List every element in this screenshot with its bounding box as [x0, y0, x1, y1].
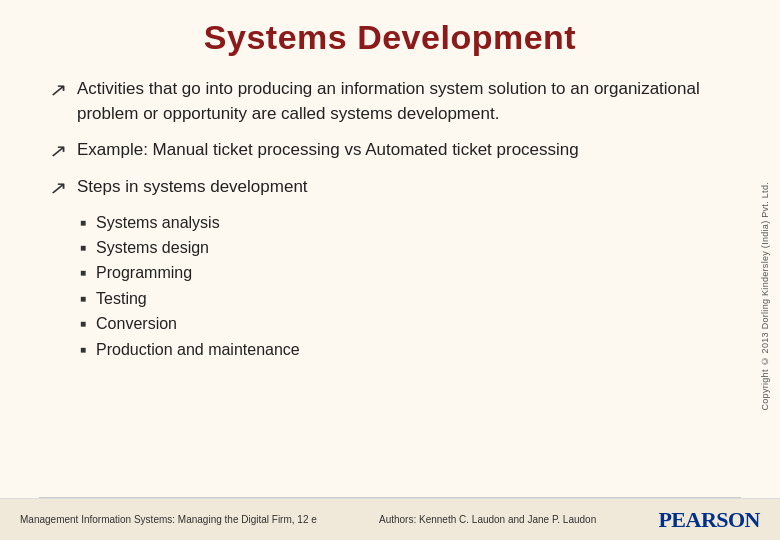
sub-bullet-item-3: ■ Testing — [80, 288, 720, 310]
bullet-item-3: ↗ Steps in systems development — [50, 175, 720, 200]
sub-bullet-item-4: ■ Conversion — [80, 313, 720, 335]
sub-bullet-item-0: ■ Systems analysis — [80, 212, 720, 234]
footer-center-text: Authors: Kenneth C. Laudon and Jane P. L… — [379, 514, 596, 525]
copyright-sidebar: Copyright © 2013 Dorling Kindersley (Ind… — [760, 147, 770, 445]
arrow-icon-2: ↗ — [49, 140, 67, 162]
arrow-icon-1: ↗ — [49, 79, 67, 101]
bullet-item-2: ↗ Example: Manual ticket processing vs A… — [50, 138, 720, 163]
sub-bullet-text-1: Systems design — [96, 237, 209, 259]
square-icon-4: ■ — [80, 318, 86, 329]
square-icon-0: ■ — [80, 217, 86, 228]
bullet-text-3: Steps in systems development — [77, 175, 308, 200]
sub-bullet-text-4: Conversion — [96, 313, 177, 335]
sub-bullet-item-1: ■ Systems design — [80, 237, 720, 259]
bullet-item-1: ↗ Activities that go into producing an i… — [50, 77, 720, 126]
pearson-logo: PEARSON — [658, 507, 760, 533]
sub-bullet-text-2: Programming — [96, 262, 192, 284]
footer-left-text: Management Information Systems: Managing… — [20, 514, 317, 525]
square-icon-1: ■ — [80, 242, 86, 253]
slide-container: Systems Development ↗ Activities that go… — [0, 0, 780, 540]
sub-bullet-text-0: Systems analysis — [96, 212, 220, 234]
sub-bullet-item-2: ■ Programming — [80, 262, 720, 284]
copyright-text: Copyright © 2013 Dorling Kindersley (Ind… — [760, 182, 770, 411]
title-area: Systems Development — [0, 0, 780, 67]
square-icon-2: ■ — [80, 267, 86, 278]
sub-bullet-item-5: ■ Production and maintenance — [80, 339, 720, 361]
arrow-icon-3: ↗ — [49, 177, 67, 199]
square-icon-3: ■ — [80, 293, 86, 304]
square-icon-5: ■ — [80, 344, 86, 355]
slide-title: Systems Development — [60, 18, 720, 57]
bullet-text-2: Example: Manual ticket processing vs Aut… — [77, 138, 579, 163]
footer: Management Information Systems: Managing… — [0, 498, 780, 540]
sub-bullet-text-5: Production and maintenance — [96, 339, 300, 361]
sub-bullets-list: ■ Systems analysis ■ Systems design ■ Pr… — [80, 212, 720, 361]
content-area: ↗ Activities that go into producing an i… — [0, 67, 780, 495]
bullet-text-1: Activities that go into producing an inf… — [77, 77, 720, 126]
sub-bullet-text-3: Testing — [96, 288, 147, 310]
